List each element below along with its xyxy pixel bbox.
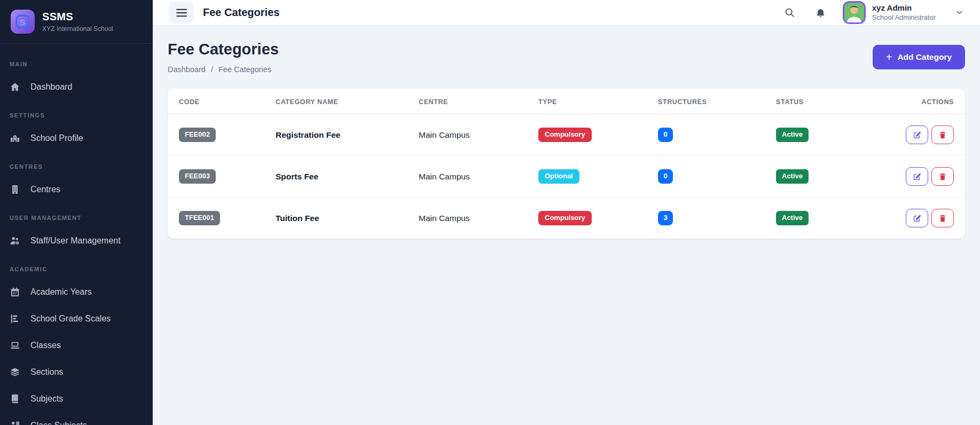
sidebar-item-school-profile[interactable]: School Profile	[0, 125, 153, 152]
sidebar-item-school-grade-scales[interactable]: School Grade Scales	[0, 305, 153, 332]
nav-section-label-centres: CENTRES	[0, 152, 153, 176]
trash-icon	[938, 172, 947, 181]
sidebar-item-label: Dashboard	[30, 82, 72, 92]
sidebar-item-label: Academic Years	[30, 287, 92, 297]
type-badge: Compulsory	[538, 211, 592, 225]
trash-icon	[938, 131, 947, 139]
app-logo-icon: S	[11, 10, 35, 34]
sidebar-item-class-subjects[interactable]: Class Subjects	[0, 412, 153, 425]
sidebar-item-label: School Grade Scales	[30, 314, 111, 324]
column-header-code: CODE	[168, 89, 268, 114]
code-badge: TFEE001	[179, 211, 220, 225]
sidebar: S SSMS XYZ International School MAINDash…	[0, 0, 153, 425]
category-name: Tuition Fee	[276, 214, 319, 223]
sidebar-item-label: Classes	[30, 341, 61, 350]
table-row-fee002: FEE002Registration FeeMain CampusCompuls…	[168, 114, 965, 156]
laptop-icon	[10, 340, 20, 351]
office-building-icon	[10, 184, 20, 195]
sidebar-item-staff-user-management[interactable]: Staff/User Management	[0, 227, 153, 254]
sidebar-item-dashboard[interactable]: Dashboard	[0, 74, 153, 100]
status-badge: Active	[776, 169, 809, 184]
delete-button[interactable]	[931, 209, 954, 227]
hamburger-menu-button[interactable]	[169, 2, 194, 23]
sidebar-item-label: School Profile	[30, 133, 83, 143]
column-header-actions: ACTIONS	[875, 89, 965, 114]
bar-chart-icon	[10, 313, 20, 324]
delete-button[interactable]	[931, 167, 954, 186]
edit-icon	[913, 172, 921, 181]
edit-icon	[913, 131, 921, 139]
code-badge: FEE002	[179, 128, 216, 142]
structures-count-badge: 0	[658, 169, 673, 184]
edit-button[interactable]	[906, 125, 928, 144]
user-menu[interactable]: xyz Admin School Administrator	[872, 3, 936, 22]
brand-title: SSMS	[42, 11, 113, 23]
sidebar-item-subjects[interactable]: Subjects	[0, 385, 153, 412]
user-name: xyz Admin	[872, 3, 936, 12]
centre-cell: Main Campus	[411, 198, 531, 239]
content: Fee Categories Dashboard / Fee Categorie…	[153, 26, 980, 425]
chevron-down-icon[interactable]	[955, 8, 964, 17]
main-area: Fee Categories	[153, 0, 980, 425]
column-header-structures: STRUCTURES	[650, 89, 769, 114]
home-icon	[10, 82, 20, 92]
centre-cell: Main Campus	[411, 114, 531, 156]
status-badge: Active	[776, 211, 809, 225]
brand-subtitle: XYZ International School	[42, 25, 113, 33]
breadcrumb-separator: /	[211, 65, 213, 74]
book-icon	[10, 393, 20, 404]
chalkboard-user-icon	[10, 420, 20, 425]
nav-section-label-main: MAIN	[0, 49, 153, 74]
page-title: Fee Categories	[168, 41, 279, 58]
brand: S SSMS XYZ International School	[0, 0, 153, 44]
centre-cell: Main Campus	[411, 156, 531, 198]
sidebar-nav: MAINDashboardSETTINGSSchool ProfileCENTR…	[0, 44, 153, 425]
add-category-button[interactable]: + Add Category	[873, 45, 965, 69]
notifications-bell-icon[interactable]	[812, 4, 830, 22]
delete-button[interactable]	[931, 125, 954, 144]
user-role: School Administrator	[872, 14, 936, 22]
plus-icon: +	[886, 52, 892, 62]
edit-button[interactable]	[906, 167, 928, 186]
status-badge: Active	[776, 128, 809, 142]
nav-section-label-settings: SETTINGS	[0, 100, 153, 125]
table-header-row: CODECATEGORY NAMECENTRETYPESTRUCTURESSTA…	[168, 89, 965, 114]
topbar: Fee Categories	[153, 0, 980, 26]
sidebar-item-sections[interactable]: Sections	[0, 359, 153, 385]
breadcrumb-dashboard-link[interactable]: Dashboard	[168, 65, 206, 74]
edit-button[interactable]	[906, 209, 928, 227]
add-category-label: Add Category	[897, 52, 952, 62]
calendar-icon	[10, 287, 20, 297]
column-header-centre: CENTRE	[411, 89, 531, 114]
avatar[interactable]	[843, 1, 866, 24]
sidebar-item-academic-years[interactable]: Academic Years	[0, 279, 153, 305]
sidebar-item-label: Centres	[30, 185, 60, 194]
nav-section-label-academic: ACADEMIC	[0, 254, 153, 279]
breadcrumb: Dashboard / Fee Categories	[168, 65, 279, 74]
school-building-icon	[10, 133, 20, 144]
table-row-tfee001: TFEE001Tuition FeeMain CampusCompulsory3…	[168, 198, 965, 239]
category-name: Registration Fee	[276, 130, 340, 139]
topbar-title: Fee Categories	[203, 6, 279, 19]
sidebar-item-classes[interactable]: Classes	[0, 332, 153, 359]
sidebar-item-centres[interactable]: Centres	[0, 176, 153, 203]
fee-categories-table: CODECATEGORY NAMECENTRETYPESTRUCTURESSTA…	[168, 89, 965, 239]
app-root: S SSMS XYZ International School MAINDash…	[0, 0, 980, 425]
structures-count-badge: 3	[658, 211, 673, 225]
column-header-status: STATUS	[769, 89, 875, 114]
category-name: Sports Fee	[276, 172, 318, 181]
edit-icon	[913, 214, 921, 223]
type-badge: Compulsory	[538, 128, 592, 142]
code-badge: FEE003	[179, 169, 216, 184]
sidebar-item-label: Class Subjects	[30, 421, 87, 425]
users-gear-icon	[10, 235, 20, 246]
structures-count-badge: 0	[658, 128, 673, 142]
search-icon[interactable]	[781, 4, 799, 22]
breadcrumb-current: Fee Categories	[218, 65, 271, 74]
hamburger-icon	[176, 9, 187, 17]
sidebar-item-label: Subjects	[30, 394, 63, 404]
trash-icon	[938, 214, 947, 223]
column-header-type: TYPE	[531, 89, 650, 114]
sidebar-item-label: Staff/User Management	[30, 236, 121, 246]
layers-icon	[10, 367, 20, 377]
